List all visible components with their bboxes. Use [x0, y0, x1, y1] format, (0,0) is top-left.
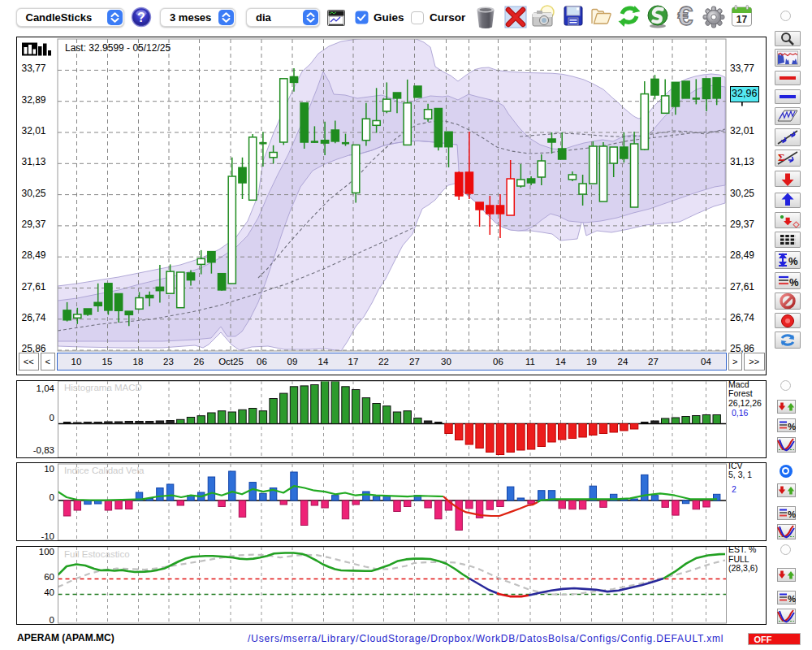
svg-text:Σ: Σ [778, 151, 785, 163]
svg-text:?: ? [137, 11, 145, 24]
svg-text:%: % [788, 255, 798, 267]
svg-text:17: 17 [736, 14, 748, 25]
svg-text:%: % [789, 276, 799, 288]
svg-text:%: % [788, 422, 796, 431]
svg-text:%: % [788, 509, 796, 519]
svg-text:€: € [678, 2, 693, 29]
svg-text:%: % [788, 594, 796, 604]
